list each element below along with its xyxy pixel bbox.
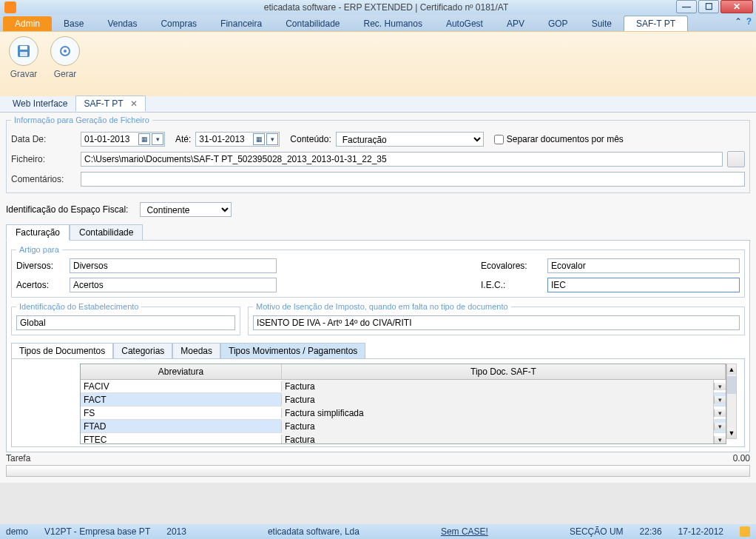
comentarios-input[interactable] [81, 172, 745, 187]
ribbon-tab-autogest[interactable]: AutoGest [434, 16, 495, 31]
scroll-down-icon[interactable]: ▼ [727, 428, 736, 438]
ribbon-tab-compras[interactable]: Compras [149, 16, 209, 31]
gravar-button[interactable] [9, 36, 38, 66]
cell-abreviatura: FS [81, 408, 282, 418]
doc-types-table: Abreviatura Tipo Doc. SAF-T FACIVFactura… [80, 364, 726, 444]
ribbon-tab-financeira[interactable]: Financeira [209, 16, 274, 31]
subtab-movimentos[interactable]: Tipos Movimentos / Pagamentos [220, 343, 365, 359]
motivo-legend: Motivo de Isenção de Imposto, quando em … [253, 302, 511, 311]
diversos-input[interactable] [70, 258, 277, 273]
gerar-button[interactable] [50, 36, 80, 66]
subtab-categorias[interactable]: Categorias [113, 343, 172, 359]
tab-facturacao[interactable]: Facturação [6, 224, 70, 241]
status-company: eticadata software, Lda [268, 526, 360, 537]
ate-field[interactable]: ▦ ▾ [195, 132, 280, 147]
conteudo-select[interactable]: Facturação [336, 132, 484, 147]
label-ecovalores: Ecovalores: [481, 261, 540, 271]
gerar-label: Gerar [54, 69, 77, 79]
status-bar: demo V12PT - Empresa base PT 2013 eticad… [0, 524, 756, 539]
chevron-down-icon[interactable]: ▾ [714, 396, 726, 404]
chevron-down-icon[interactable]: ▾ [152, 133, 163, 145]
status-user: demo [6, 526, 28, 537]
ribbon-tab-rh[interactable]: Rec. Humanos [352, 16, 434, 31]
iec-input[interactable] [547, 278, 740, 292]
cell-tipo: Factura [282, 380, 714, 393]
warning-icon[interactable] [740, 526, 750, 537]
global-input[interactable] [16, 315, 235, 330]
artigo-para-group: Artigo para Diversos: Ecovalores: Acerto… [11, 245, 745, 298]
svg-rect-1 [20, 46, 27, 50]
tarefa-value: 0.00 [733, 453, 750, 463]
status-date: 17-12-2012 [678, 526, 723, 537]
ficheiro-input[interactable] [81, 152, 723, 167]
col-abreviatura[interactable]: Abreviatura [81, 364, 282, 379]
calendar-icon[interactable]: ▦ [253, 133, 265, 145]
ribbon-tabs: Admin Base Vendas Compras Financeira Con… [0, 15, 756, 31]
separar-check-input[interactable] [494, 135, 504, 144]
info-group: Informação para Geração de Ficheiro Data… [6, 116, 750, 193]
ribbon-tab-admin[interactable]: Admin [3, 16, 52, 31]
status-ano: 2013 [166, 526, 186, 537]
fiscal-select[interactable]: Continente [140, 202, 232, 217]
ribbon-tab-base[interactable]: Base [52, 16, 95, 31]
label-ate: Até: [175, 134, 191, 144]
label-acertos: Acertos: [16, 280, 62, 290]
label-diversos: Diversos: [16, 261, 62, 271]
minimize-button[interactable]: — [676, 0, 697, 13]
close-button[interactable]: ✕ [720, 0, 753, 13]
col-tipo-saft[interactable]: Tipo Doc. SAF-T [282, 364, 726, 379]
acertos-input[interactable] [70, 278, 277, 292]
cell-tipo: Factura [282, 420, 714, 433]
svg-rect-2 [20, 52, 27, 56]
doctab-close-icon[interactable]: ✕ [130, 98, 138, 109]
label-conteudo: Conteúdo: [290, 134, 331, 144]
subtab-tipos[interactable]: Tipos de Documentos [11, 343, 113, 359]
table-row[interactable]: FTADFactura▾ [81, 420, 726, 433]
ribbon-tab-contabilidade[interactable]: Contabilidade [274, 16, 351, 31]
table-scrollbar[interactable]: ▲ ▼ [726, 364, 737, 439]
tab-contabilidade[interactable]: Contabilidade [70, 224, 143, 241]
ate-input[interactable] [196, 134, 252, 144]
ribbon-tab-saft[interactable]: SAF-T PT [624, 16, 688, 31]
separar-checkbox[interactable]: Separar documentos por mês [494, 134, 624, 144]
data-de-field[interactable]: ▦ ▾ [81, 132, 165, 147]
ribbon-help-icon[interactable]: ? [746, 16, 752, 27]
status-case-link[interactable]: Sem CASE! [441, 526, 488, 537]
doctab-saft[interactable]: SAF-T PT ✕ [75, 96, 145, 112]
main-form: Informação para Geração de Ficheiro Data… [0, 113, 756, 483]
calendar-icon[interactable]: ▦ [138, 133, 150, 145]
chevron-down-icon[interactable]: ▾ [714, 436, 726, 443]
ecovalores-input[interactable] [547, 258, 740, 273]
artigo-para-legend: Artigo para [16, 245, 62, 254]
ribbon-tab-gop[interactable]: GOP [536, 16, 580, 31]
chevron-down-icon[interactable]: ▾ [714, 423, 726, 430]
chevron-down-icon[interactable]: ▾ [714, 383, 726, 390]
scroll-thumb[interactable] [727, 376, 736, 394]
data-de-input[interactable] [81, 134, 138, 144]
status-time: 22:36 [640, 526, 662, 537]
estab-group: Identificação do Estabelecimento [11, 302, 240, 335]
table-row[interactable]: FTECFactura▾ [81, 433, 726, 443]
table-row[interactable]: FACIVFactura▾ [81, 380, 726, 393]
browse-button[interactable] [727, 151, 745, 167]
ribbon-tab-vendas[interactable]: Vendas [95, 16, 149, 31]
doctab-web[interactable]: Web Interface [4, 96, 75, 112]
isento-input[interactable] [253, 315, 740, 330]
subtab-moedas[interactable]: Moedas [172, 343, 220, 359]
chevron-down-icon[interactable]: ▾ [266, 133, 278, 145]
ribbon-tab-suite[interactable]: Suite [580, 16, 624, 31]
cell-tipo: Factura [282, 433, 714, 444]
scroll-up-icon[interactable]: ▲ [727, 364, 736, 375]
cell-abreviatura: FACIV [81, 381, 282, 392]
svg-point-4 [64, 50, 67, 53]
ribbon-body: Gravar Gerar [0, 31, 756, 96]
maximize-button[interactable]: ☐ [698, 0, 719, 13]
table-row[interactable]: FACTFactura▾ [81, 393, 726, 406]
chevron-down-icon[interactable]: ▾ [714, 409, 726, 417]
cell-abreviatura: FACT [81, 395, 282, 405]
table-row[interactable]: FSFactura simplificada▾ [81, 406, 726, 420]
ribbon-tab-apv[interactable]: APV [495, 16, 536, 31]
label-ficheiro: Ficheiro: [11, 154, 76, 164]
ribbon-collapse-icon[interactable]: ⌃ [735, 16, 742, 27]
label-fiscal: Identificação do Espaço Fiscal: [6, 204, 128, 215]
